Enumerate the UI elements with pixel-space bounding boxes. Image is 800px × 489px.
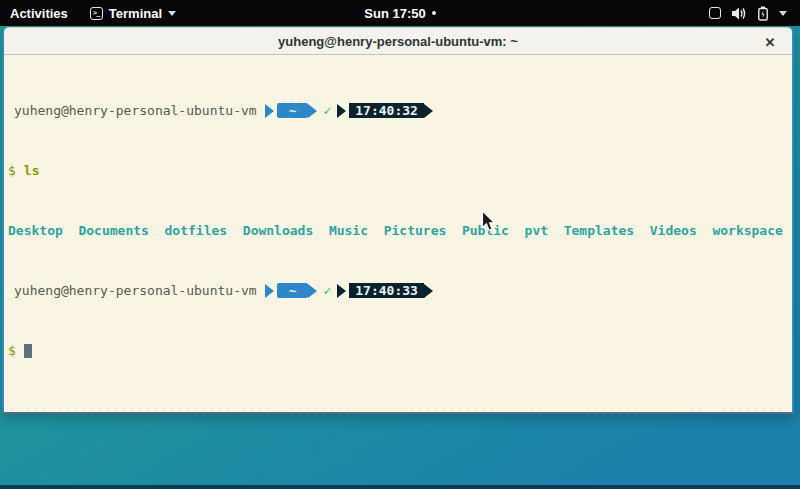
- prompt-symbol: $: [8, 163, 16, 178]
- powerline-arrow-icon: [265, 284, 274, 298]
- desktop-bottom-edge: [0, 485, 800, 489]
- prompt-user-host: yuheng@henry-personal-ubuntu-vm: [14, 283, 257, 298]
- powerline-arrow-icon: [265, 104, 274, 118]
- chevron-down-icon: [168, 11, 176, 16]
- prompt-symbol: $: [8, 343, 16, 358]
- prompt-path-segment: ~: [277, 283, 309, 298]
- app-menu-label: Terminal: [109, 6, 162, 21]
- prompt-line-2: yuheng@henry-personal-ubuntu-vm ~ ✓ 17:4…: [6, 283, 790, 298]
- powerline-arrow-icon: [308, 284, 317, 298]
- close-button[interactable]: ✕: [758, 28, 782, 56]
- current-input-line: $: [6, 343, 790, 358]
- volume-icon: [732, 7, 747, 20]
- terminal-window: yuheng@henry-personal-ubuntu-vm: ~ ✕ yuh…: [2, 27, 794, 414]
- powerline-arrow-icon: [337, 104, 346, 118]
- prompt-path-segment: ~: [277, 103, 309, 118]
- powerline-arrow-icon: [424, 284, 433, 298]
- chevron-down-icon: [779, 11, 787, 16]
- system-status-area[interactable]: [701, 0, 800, 26]
- prompt-status-check: ✓: [323, 103, 331, 118]
- activities-button[interactable]: Activities: [0, 0, 82, 26]
- battery-charging-icon: [758, 6, 768, 21]
- prompt-time-segment: 17:40:32: [349, 103, 424, 118]
- window-titlebar[interactable]: yuheng@henry-personal-ubuntu-vm: ~ ✕: [4, 27, 792, 55]
- prompt-time-segment: 17:40:33: [349, 283, 424, 298]
- directory-listing: Desktop Documents dotfiles Downloads Mus…: [6, 223, 790, 238]
- app-menu-terminal[interactable]: >_ Terminal: [82, 0, 184, 26]
- window-title: yuheng@henry-personal-ubuntu-vm: ~: [278, 34, 518, 49]
- notification-dot-icon: [432, 11, 436, 15]
- terminal-icon: >_: [90, 7, 103, 20]
- clock-label: Sun 17:50: [364, 6, 425, 21]
- typed-command: ls: [24, 163, 40, 178]
- activities-label: Activities: [10, 6, 68, 21]
- terminal-screen[interactable]: yuheng@henry-personal-ubuntu-vm ~ ✓ 17:4…: [4, 55, 792, 412]
- gnome-top-bar: Activities >_ Terminal Sun 17:50: [0, 0, 800, 26]
- powerline-arrow-icon: [308, 104, 317, 118]
- prompt-user-host: yuheng@henry-personal-ubuntu-vm: [14, 103, 257, 118]
- prompt-status-check: ✓: [323, 283, 331, 298]
- powerline-arrow-icon: [424, 104, 433, 118]
- clock-button[interactable]: Sun 17:50: [364, 0, 435, 26]
- terminal-cursor: [24, 344, 32, 358]
- prompt-line-1: yuheng@henry-personal-ubuntu-vm ~ ✓ 17:4…: [6, 103, 790, 118]
- screen-icon: [709, 7, 721, 19]
- command-line: $ ls: [6, 163, 790, 178]
- powerline-arrow-icon: [337, 284, 346, 298]
